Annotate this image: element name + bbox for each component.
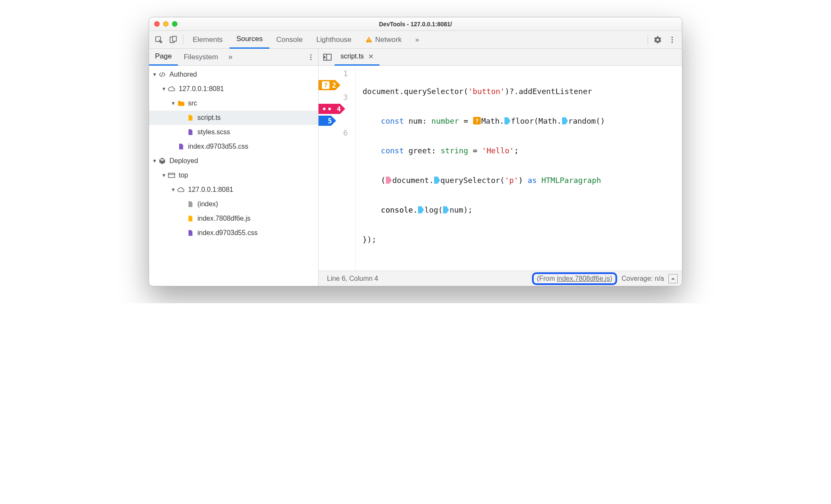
- cloud-icon: [168, 85, 175, 93]
- line-gutter: 1 ?2 2 3 •• 4 4: [319, 66, 356, 271]
- frame-icon: [168, 172, 175, 179]
- svg-point-8: [310, 54, 312, 55]
- tree-file-index-js[interactable]: index.7808df6e.js: [149, 211, 318, 226]
- tree-host-deployed[interactable]: ▼ 127.0.0.1:8081: [149, 183, 318, 197]
- tree-label: styles.scss: [197, 128, 230, 136]
- tree-label: 127.0.0.1:8081: [188, 186, 233, 194]
- svg-point-5: [671, 36, 673, 38]
- tree-label: 127.0.0.1:8081: [179, 85, 224, 93]
- expand-icon: ▼: [152, 158, 158, 164]
- tree-label: script.ts: [197, 114, 221, 122]
- navigator-tabs: Page Filesystem »: [149, 49, 318, 66]
- tab-network[interactable]: Network: [358, 31, 408, 49]
- toolbar-divider-right: [648, 35, 648, 45]
- tab-elements[interactable]: Elements: [186, 31, 230, 49]
- panel-tabs: Elements Sources Console Lighthouse Netw…: [186, 31, 645, 49]
- breakpoint-icon[interactable]: 5: [319, 115, 336, 127]
- inspect-element-icon[interactable]: [152, 33, 166, 47]
- line-number: 3: [343, 93, 348, 102]
- svg-rect-2: [172, 36, 176, 41]
- inline-marker-icon: [504, 117, 510, 124]
- show-drawer-icon[interactable]: [668, 274, 678, 283]
- main-toolbar: Elements Sources Console Lighthouse Netw…: [149, 31, 682, 49]
- toggle-navigator-icon[interactable]: [320, 50, 335, 64]
- svg-point-7: [671, 42, 673, 43]
- tab-network-label: Network: [375, 36, 402, 44]
- navigator-tabs-overflow[interactable]: »: [224, 53, 237, 61]
- css-file-icon: [177, 143, 185, 150]
- source-map-link[interactable]: index.7808df6e.js: [557, 275, 610, 282]
- settings-icon[interactable]: [651, 33, 665, 47]
- inline-logpoint-icon: [386, 177, 392, 183]
- coverage-status: Coverage: n/a: [617, 275, 668, 282]
- folder-icon: [177, 100, 185, 107]
- tree-label: top: [179, 172, 188, 179]
- close-tab-icon[interactable]: ✕: [368, 53, 374, 61]
- tab-console[interactable]: Console: [269, 31, 309, 49]
- tree-deployed[interactable]: ▼ Deployed: [149, 154, 318, 168]
- navigator-tab-filesystem[interactable]: Filesystem: [178, 49, 224, 66]
- inline-conditional-icon: ?: [473, 117, 481, 125]
- tree-label: (index): [197, 200, 218, 208]
- js-file-icon: [186, 215, 194, 222]
- js-file-icon: [186, 114, 194, 122]
- svg-rect-4: [368, 41, 369, 42]
- navigator-sidebar: Page Filesystem » ▼ Authored ▼ 127.0.0.1…: [149, 49, 319, 286]
- code-content[interactable]: document.querySelector('button')?.addEve…: [356, 66, 682, 271]
- tree-file-index-css[interactable]: index.d9703d55.css: [149, 139, 318, 154]
- expand-icon: ▼: [161, 172, 167, 178]
- expand-icon: ▼: [170, 100, 176, 106]
- device-toolbar-icon[interactable]: [166, 33, 180, 47]
- editor-tabs: script.ts ✕: [319, 49, 682, 66]
- cloud-icon: [177, 186, 185, 194]
- expand-icon: ▼: [170, 187, 176, 193]
- source-map-origin[interactable]: (From index.7808df6e.js): [532, 272, 618, 285]
- editor-tab-label: script.ts: [341, 53, 364, 60]
- editor-status-bar: Line 6, Column 4 (From index.7808df6e.js…: [319, 271, 682, 286]
- navigator-tab-page[interactable]: Page: [149, 49, 178, 66]
- devtools-window: DevTools - 127.0.0.1:8081/ Elements Sour…: [149, 17, 682, 286]
- editor-pane: script.ts ✕ 1 ?2 2 3 •• 4: [319, 49, 682, 286]
- tree-label: index.d9703d55.css: [188, 143, 248, 150]
- logpoint-breakpoint-icon[interactable]: •• 4: [319, 103, 345, 115]
- tree-label: src: [188, 100, 197, 107]
- tree-label: index.d9703d55.css: [197, 229, 258, 237]
- deployed-icon: [158, 157, 166, 165]
- tree-top[interactable]: ▼ top: [149, 168, 318, 183]
- tabs-overflow[interactable]: »: [408, 31, 426, 49]
- tree-authored[interactable]: ▼ Authored: [149, 67, 318, 82]
- cursor-position: Line 6, Column 4: [323, 275, 382, 282]
- svg-rect-11: [169, 173, 175, 178]
- tree-label: index.7808df6e.js: [197, 215, 250, 222]
- bp-number: 5: [328, 117, 332, 125]
- inline-marker-icon: [443, 206, 449, 213]
- svg-rect-3: [368, 39, 369, 41]
- tab-lighthouse[interactable]: Lighthouse: [310, 31, 358, 49]
- tree-file-script-ts[interactable]: script.ts: [149, 111, 318, 125]
- css-file-icon: [186, 128, 194, 136]
- inline-marker-icon: [418, 206, 424, 213]
- navigator-more-icon[interactable]: [304, 50, 318, 64]
- warning-icon: [365, 36, 373, 44]
- editor-tab-script-ts[interactable]: script.ts ✕: [335, 49, 379, 66]
- document-file-icon: [186, 200, 194, 208]
- inline-marker-icon: [562, 117, 568, 124]
- tab-sources[interactable]: Sources: [230, 31, 269, 49]
- bp-number: 4: [337, 105, 341, 113]
- code-icon: [158, 71, 166, 78]
- window-title: DevTools - 127.0.0.1:8081/: [149, 21, 682, 28]
- conditional-breakpoint-icon[interactable]: ?2: [319, 79, 341, 91]
- line-number: 6: [343, 128, 348, 137]
- tree-host-authored[interactable]: ▼ 127.0.0.1:8081: [149, 82, 318, 96]
- tree-file-index-css-2[interactable]: index.d9703d55.css: [149, 226, 318, 240]
- content-area: Page Filesystem » ▼ Authored ▼ 127.0.0.1…: [149, 49, 682, 286]
- code-editor[interactable]: 1 ?2 2 3 •• 4 4: [319, 66, 682, 271]
- svg-point-10: [310, 58, 312, 60]
- tree-file-styles-scss[interactable]: styles.scss: [149, 125, 318, 139]
- css-file-icon: [186, 229, 194, 237]
- tree-file-index[interactable]: (index): [149, 197, 318, 211]
- tree-folder-src[interactable]: ▼ src: [149, 96, 318, 111]
- more-menu-icon[interactable]: [665, 33, 679, 47]
- tree-label: Authored: [169, 71, 197, 78]
- toolbar-divider: [183, 35, 183, 45]
